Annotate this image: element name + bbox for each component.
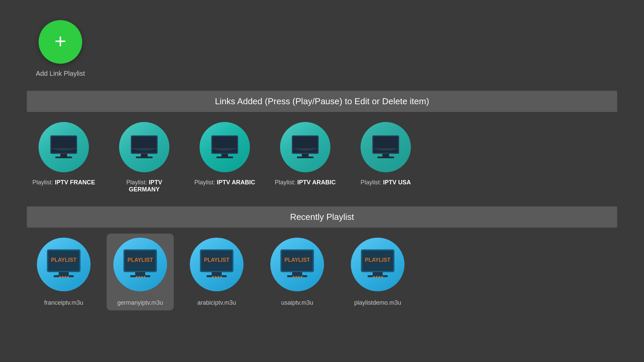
playlist-label-usa: Playlist: IPTV USA <box>361 179 411 186</box>
svg-point-36 <box>141 276 143 278</box>
recently-playlist-header: Recently Playlist <box>27 206 617 228</box>
svg-rect-50 <box>292 272 302 275</box>
svg-rect-42 <box>207 275 227 277</box>
recently-item-france[interactable]: PLAYLIST franceiptv.m3u <box>30 238 97 306</box>
tv-svg-arabic-1 <box>210 135 240 160</box>
svg-rect-24 <box>54 275 74 277</box>
svg-point-26 <box>62 276 64 278</box>
svg-point-52 <box>293 276 294 278</box>
recently-label-arabic: arabiciptv.m3u <box>197 299 236 306</box>
recently-item-usa[interactable]: PLAYLIST usaiptv.m3u <box>264 238 331 306</box>
recently-svg-demo: PLAYLIST <box>359 249 396 280</box>
svg-rect-15 <box>297 157 314 158</box>
recently-icon-demo: PLAYLIST <box>351 238 405 291</box>
recently-item-demo[interactable]: PLAYLIST playlistdemo.m3u <box>344 238 411 306</box>
recently-label-demo: playlistdemo.m3u <box>354 299 401 306</box>
tv-svg-germany <box>129 135 159 160</box>
svg-rect-41 <box>212 272 222 275</box>
plus-icon: + <box>54 31 66 51</box>
tv-icon-arabic-1 <box>200 122 250 172</box>
svg-rect-59 <box>373 272 383 275</box>
tv-icon-france <box>39 122 89 172</box>
svg-rect-11 <box>216 157 233 158</box>
add-circle: + <box>39 20 82 64</box>
links-added-header: Links Added (Press (Play/Pause) to Edit … <box>27 91 617 112</box>
svg-rect-23 <box>59 272 69 275</box>
recently-icon-arabic: PLAYLIST <box>190 238 244 291</box>
add-link-playlist-button[interactable]: + Add Link Playlist <box>27 20 94 77</box>
svg-rect-3 <box>55 157 72 158</box>
svg-point-55 <box>301 276 303 278</box>
svg-rect-6 <box>141 154 148 157</box>
svg-rect-33 <box>130 275 150 277</box>
svg-point-35 <box>139 276 140 278</box>
svg-point-45 <box>218 276 219 278</box>
svg-point-37 <box>144 276 146 278</box>
svg-rect-14 <box>302 154 309 157</box>
recently-label-france: franceiptv.m3u <box>44 299 84 306</box>
svg-point-28 <box>67 276 69 278</box>
svg-rect-18 <box>382 154 389 157</box>
links-playlist-row: Playlist: IPTV FRANCE Playlist: IPTV GER… <box>27 122 617 193</box>
svg-point-25 <box>59 276 61 278</box>
svg-rect-51 <box>287 275 307 277</box>
svg-rect-2 <box>60 154 67 157</box>
svg-rect-7 <box>136 157 153 158</box>
add-link-label: Add Link Playlist <box>36 70 85 77</box>
recently-svg-usa: PLAYLIST <box>279 249 316 280</box>
svg-text:PLAYLIST: PLAYLIST <box>284 257 310 263</box>
playlist-item-usa[interactable]: Playlist: IPTV USA <box>352 122 419 193</box>
playlist-label-arabic-2: Playlist: IPTV ARABIC <box>275 179 335 186</box>
svg-text:PLAYLIST: PLAYLIST <box>51 257 76 263</box>
tv-icon-arabic-2 <box>280 122 330 172</box>
svg-text:PLAYLIST: PLAYLIST <box>365 257 390 263</box>
playlist-label-germany: Playlist: IPTV GERMANY <box>111 179 178 193</box>
svg-rect-19 <box>377 157 394 158</box>
svg-text:PLAYLIST: PLAYLIST <box>204 257 229 263</box>
recently-label-germany: germanyiptv.m3u <box>117 299 163 306</box>
playlist-label-arabic-1: Playlist: IPTV ARABIC <box>194 179 255 186</box>
recently-icon-germany: PLAYLIST <box>113 238 167 291</box>
recently-svg-germany: PLAYLIST <box>122 249 159 280</box>
svg-point-43 <box>212 276 214 278</box>
svg-text:PLAYLIST: PLAYLIST <box>127 257 153 263</box>
svg-point-53 <box>296 276 297 278</box>
svg-rect-60 <box>368 275 388 277</box>
recently-label-usa: usaiptv.m3u <box>281 299 313 306</box>
recently-item-arabic[interactable]: PLAYLIST arabiciptv.m3u <box>183 238 250 306</box>
svg-point-61 <box>373 276 375 278</box>
tv-icon-germany <box>119 122 169 172</box>
svg-point-64 <box>381 276 383 278</box>
playlist-item-arabic-2[interactable]: Playlist: IPTV ARABIC <box>272 122 339 193</box>
main-container: + Add Link Playlist Links Added (Press (… <box>0 0 644 326</box>
svg-rect-32 <box>135 272 145 275</box>
links-added-title: Links Added (Press (Play/Pause) to Edit … <box>37 96 607 107</box>
tv-svg-usa <box>371 135 401 160</box>
playlist-label-france: Playlist: IPTV FRANCE <box>32 179 95 186</box>
recently-svg-france: PLAYLIST <box>45 249 82 280</box>
svg-point-54 <box>298 276 300 278</box>
recently-playlist-title: Recently Playlist <box>37 212 607 222</box>
recently-icon-usa: PLAYLIST <box>270 238 324 291</box>
tv-svg-arabic-2 <box>290 135 320 160</box>
svg-point-34 <box>136 276 138 278</box>
tv-icon-usa <box>361 122 411 172</box>
playlist-item-germany[interactable]: Playlist: IPTV GERMANY <box>111 122 178 193</box>
svg-rect-10 <box>221 154 228 157</box>
svg-point-44 <box>215 276 217 278</box>
recently-item-germany[interactable]: PLAYLIST germanyiptv.m3u <box>107 234 174 310</box>
recently-playlist-row: PLAYLIST franceiptv.m3u PLAYLIST <box>27 238 617 306</box>
svg-point-62 <box>376 276 378 278</box>
tv-svg-france <box>49 135 79 160</box>
recently-icon-france: PLAYLIST <box>37 238 91 291</box>
playlist-item-arabic-1[interactable]: Playlist: IPTV ARABIC <box>191 122 258 193</box>
recently-svg-arabic: PLAYLIST <box>198 249 235 280</box>
svg-point-46 <box>220 276 222 278</box>
svg-point-27 <box>65 276 66 278</box>
svg-point-63 <box>379 276 380 278</box>
playlist-item-france[interactable]: Playlist: IPTV FRANCE <box>30 122 97 193</box>
